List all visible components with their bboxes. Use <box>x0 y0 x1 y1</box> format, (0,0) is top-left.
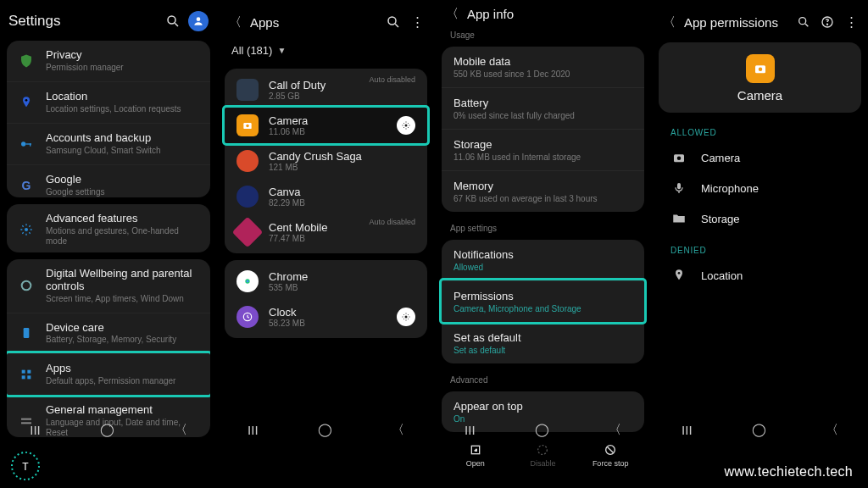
nav-home[interactable]: ◯ <box>100 422 114 437</box>
stop-icon <box>603 442 618 458</box>
profile-avatar[interactable] <box>188 11 209 31</box>
svg-rect-12 <box>22 376 25 380</box>
app-info-header: 〈 App info <box>440 5 646 22</box>
app-icon <box>232 217 264 248</box>
info-battery[interactable]: Battery0% used since last fully charged <box>442 87 644 129</box>
app-canva[interactable]: Canva82.29 MB <box>225 179 427 214</box>
settings-apps[interactable]: AppsDefault apps, Permission manager <box>7 353 210 395</box>
camera-icon <box>236 114 259 136</box>
perm-camera[interactable]: Camera <box>657 142 863 173</box>
info-notifications[interactable]: NotificationsAllowed <box>442 240 644 280</box>
app-settings-title: App settings <box>440 215 646 236</box>
settings-google[interactable]: G GoogleGoogle settings <box>7 164 210 197</box>
svg-point-30 <box>799 18 806 25</box>
settings-device-care[interactable]: Device careBattery, Storage, Memory, Sec… <box>7 313 210 354</box>
back-icon[interactable]: 〈 <box>660 14 677 30</box>
gear-icon <box>17 220 36 239</box>
info-set-default[interactable]: Set as defaultSet as default <box>442 322 644 363</box>
settings-header: Settings <box>5 5 212 37</box>
app-clock[interactable]: Clock58.23 MB <box>225 299 427 335</box>
svg-point-19 <box>246 125 249 128</box>
open-button[interactable]: Open <box>446 442 505 468</box>
more-icon[interactable]: ⋮ <box>843 14 860 30</box>
nav-back[interactable]: 〈 <box>609 422 621 438</box>
svg-rect-9 <box>24 328 30 338</box>
svg-text:T: T <box>22 461 29 473</box>
help-icon[interactable] <box>819 14 836 30</box>
apps-icon <box>17 365 36 384</box>
nav-back[interactable]: 〈 <box>826 422 838 438</box>
svg-line-31 <box>805 24 808 26</box>
svg-point-25 <box>405 316 408 319</box>
app-camera[interactable]: Camera11.06 MB <box>225 108 427 143</box>
nav-bar: III ◯ 〈 <box>652 419 868 441</box>
svg-point-0 <box>168 16 175 24</box>
svg-point-3 <box>25 99 28 102</box>
svg-point-20 <box>405 125 408 127</box>
nav-home[interactable]: ◯ <box>535 422 549 437</box>
nav-back[interactable]: 〈 <box>392 422 404 438</box>
settings-privacy[interactable]: PrivacyPermission manager <box>7 41 210 81</box>
info-permissions[interactable]: PermissionsCamera, Microphone and Storag… <box>442 280 644 322</box>
settings-wellbeing[interactable]: Digital Wellbeing and parental controlsS… <box>7 259 210 313</box>
apps-title: Apps <box>250 15 378 30</box>
force-stop-button[interactable]: Force stop <box>581 442 640 468</box>
app-call-of-duty[interactable]: Auto disabled Call of Duty2.85 GB <box>225 72 427 108</box>
app-settings-gear[interactable] <box>397 116 415 135</box>
nav-recent[interactable]: III <box>248 423 259 437</box>
settings-accounts[interactable]: Accounts and backupSamsung Cloud, Smart … <box>7 123 210 164</box>
footer-url: www.techietech.tech <box>724 464 853 480</box>
svg-point-8 <box>22 281 31 291</box>
perm-storage[interactable]: Storage <box>657 203 863 234</box>
auto-disabled-label: Auto disabled <box>369 218 415 226</box>
advanced-title: Advanced <box>440 367 646 388</box>
perm-location[interactable]: Location <box>657 260 863 291</box>
perm-microphone[interactable]: Microphone <box>657 173 863 203</box>
svg-point-4 <box>21 141 25 146</box>
settings-group-1: PrivacyPermission manager LocationLocati… <box>7 41 210 197</box>
nav-recent[interactable]: III <box>465 423 476 437</box>
settings-title: Settings <box>8 13 158 30</box>
info-memory[interactable]: Memory67 KB used on average in last 3 ho… <box>442 170 644 212</box>
info-mobile-data[interactable]: Mobile data550 KB used since 1 Dec 2020 <box>442 47 644 87</box>
app-cent-mobile[interactable]: Auto disabled Cent Mobile77.47 MB <box>225 214 427 250</box>
app-candy-crush[interactable]: Candy Crush Saga121 MB <box>225 143 427 179</box>
nav-recent[interactable]: III <box>30 423 41 437</box>
key-icon <box>17 135 36 153</box>
apps-header: 〈 Apps ⋮ <box>223 5 429 39</box>
search-icon[interactable] <box>164 13 181 30</box>
svg-point-16 <box>388 17 396 25</box>
nav-home[interactable]: ◯ <box>752 422 766 437</box>
settings-advanced[interactable]: Advanced featuresMotions and gestures, O… <box>7 204 210 252</box>
back-icon[interactable]: 〈 <box>226 14 243 30</box>
app-chrome[interactable]: Chrome535 MB <box>225 263 427 299</box>
apps-group-1: Auto disabled Call of Duty2.85 GB Camera… <box>225 69 427 253</box>
more-icon[interactable]: ⋮ <box>409 14 426 30</box>
svg-point-33 <box>826 24 827 25</box>
settings-group-2: Advanced featuresMotions and gestures, O… <box>7 204 210 252</box>
nav-back[interactable]: 〈 <box>175 422 187 438</box>
search-icon[interactable] <box>795 14 812 30</box>
app-settings-gear[interactable] <box>397 308 415 326</box>
svg-line-17 <box>395 24 398 27</box>
camera-app-icon <box>746 54 775 83</box>
usage-section-title: Usage <box>440 22 646 43</box>
svg-rect-6 <box>30 143 31 146</box>
nav-home[interactable]: ◯ <box>318 422 332 437</box>
nav-recent[interactable]: III <box>682 423 693 437</box>
back-icon[interactable]: 〈 <box>443 5 460 22</box>
svg-point-35 <box>758 68 762 72</box>
nav-bar: III ◯ 〈 <box>218 419 434 441</box>
pin-icon <box>17 93 36 112</box>
info-storage[interactable]: Storage11.06 MB used in Internal storage <box>442 129 644 170</box>
app-identity: Camera <box>659 42 861 113</box>
device-icon <box>17 324 36 342</box>
shield-icon <box>17 52 36 70</box>
svg-point-37 <box>677 157 682 161</box>
search-icon[interactable] <box>385 14 402 30</box>
app-icon <box>236 79 259 101</box>
nav-bar: III ◯ 〈 <box>435 419 651 441</box>
site-logo: T <box>8 449 42 483</box>
settings-location[interactable]: LocationLocation settings, Location requ… <box>7 81 210 123</box>
apps-filter[interactable]: All (181)▼ <box>223 39 429 65</box>
